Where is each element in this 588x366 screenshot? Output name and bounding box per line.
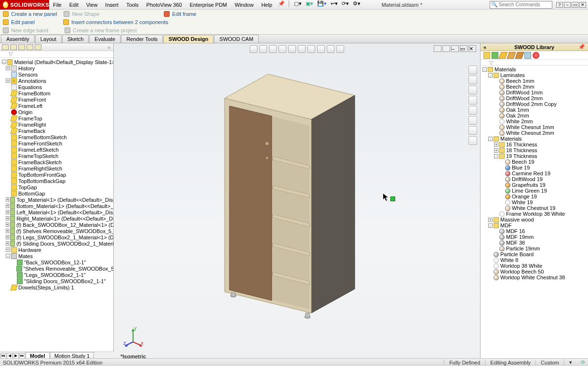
fm-flyout-icon[interactable]: »: [107, 44, 110, 50]
tab-render-tools[interactable]: Render Tools: [121, 35, 163, 43]
restore-button[interactable]: ▭: [572, 2, 578, 8]
menu-tools[interactable]: Tools: [122, 0, 143, 9]
help-button[interactable]: ?: [556, 2, 563, 8]
expand-icon[interactable]: -: [6, 254, 10, 258]
lib-item[interactable]: DriftWood 2mm Copy: [481, 101, 588, 107]
lib-item[interactable]: White 8: [481, 257, 588, 263]
tree-item[interactable]: FrameRightSketch: [1, 165, 113, 171]
tab-layout[interactable]: Layout: [35, 35, 62, 43]
lib-item[interactable]: -Laminates: [481, 72, 588, 78]
tree-item[interactable]: +Hardware: [1, 247, 113, 253]
lib-item[interactable]: Particle Board: [481, 251, 588, 257]
lib-item[interactable]: MDF 19mm: [481, 234, 588, 240]
lib-item[interactable]: +Massive wood: [481, 217, 588, 222]
fm-tab-2[interactable]: [10, 44, 17, 50]
tree-item[interactable]: +Bottom_Material<1> (Default<<Default>_D…: [1, 203, 113, 209]
tree-item[interactable]: "Legs_SWOODBox2_1-1": [1, 272, 113, 278]
tree-root[interactable]: – Material (Default<Default_Display Stat…: [1, 59, 113, 65]
tree-item[interactable]: FrameTopSketch: [1, 153, 113, 159]
tree-item[interactable]: +Right_Material<1> (Default<<Default>_Di…: [1, 215, 113, 222]
tree-item[interactable]: BottomGap: [1, 190, 113, 196]
lib-item[interactable]: DriftWood 2mm: [481, 95, 588, 101]
lib-item[interactable]: -Materials: [481, 66, 588, 72]
vp-close[interactable]: ✕: [468, 45, 476, 52]
lib-item[interactable]: +16 Thickness: [481, 142, 588, 147]
tree-item[interactable]: +AAnnotations: [1, 78, 113, 84]
expand-icon[interactable]: -: [488, 137, 493, 141]
edit-panel-button[interactable]: Edit panel: [3, 19, 35, 25]
lib-item[interactable]: MDF 38: [481, 240, 588, 246]
expand-icon[interactable]: +: [6, 197, 9, 202]
tree-item[interactable]: +(f) Sliding Doors_SWOODBox2_1_Material<…: [1, 240, 113, 247]
tree-item[interactable]: "Sliding Doors_SWOODBox2_1-1": [1, 278, 113, 284]
lib-item[interactable]: Frame Worktop 38 White: [481, 211, 588, 217]
menu-insert[interactable]: Insert: [101, 0, 122, 9]
zoom-area-icon[interactable]: [259, 45, 267, 53]
search-input[interactable]: [499, 2, 552, 7]
lib-item[interactable]: -19 Thickness: [481, 153, 588, 159]
expand-icon[interactable]: +: [6, 78, 10, 83]
status-rebuild-icon[interactable]: ⟳: [577, 359, 585, 366]
menu-edit[interactable]: Edit: [66, 0, 82, 9]
lib-item[interactable]: Oak 1mm: [481, 107, 588, 113]
tree-item[interactable]: FrameBottomSketch: [1, 134, 113, 140]
tree-item[interactable]: FrameBottom: [1, 90, 113, 96]
tree-item[interactable]: FrameTop: [1, 115, 113, 121]
lib-item[interactable]: White Chestnut 19: [481, 205, 588, 211]
lib-item[interactable]: Worktop White Chestnut 38: [481, 274, 588, 280]
qa-save-icon[interactable]: 💾▾: [315, 0, 329, 9]
insert-connectors-button[interactable]: Insert connectors between 2 components: [63, 19, 168, 25]
expand-icon[interactable]: +: [494, 143, 498, 147]
view-orient-icon[interactable]: [288, 45, 296, 53]
tp-forum-icon[interactable]: [468, 136, 477, 145]
tree-item[interactable]: "Shelves Removeable_SWOODBox_5-1": [1, 265, 113, 272]
lib-item[interactable]: Lime Green 19: [481, 188, 588, 194]
fm-tab-3[interactable]: [18, 44, 25, 50]
scene-icon[interactable]: [327, 45, 334, 53]
vp-btn-1[interactable]: [434, 45, 441, 52]
lib-item[interactable]: MDF 16: [481, 228, 588, 234]
expand-icon[interactable]: -: [488, 73, 493, 78]
tree-item[interactable]: +(f) Shelves Removeable_SWOODBox_5_Mater…: [1, 228, 113, 234]
expand-icon[interactable]: +: [6, 204, 9, 208]
expand-icon[interactable]: +: [6, 248, 10, 252]
lib-icon-1[interactable]: [483, 52, 490, 59]
expand-icon[interactable]: +: [6, 222, 9, 227]
tree-item[interactable]: -Mates: [1, 253, 113, 259]
new-shape-button[interactable]: New Shape: [64, 11, 99, 17]
vp-btn-2[interactable]: [442, 45, 450, 52]
lib-item[interactable]: White 2mm: [481, 118, 588, 124]
tree-item[interactable]: TopBottomFrontGap: [1, 171, 113, 178]
tab-evaluate[interactable]: Evaluate: [89, 35, 120, 43]
tree-item[interactable]: +Top_Material<1> (Default<<Default>_Disp…: [1, 196, 113, 203]
lib-item[interactable]: White Chesnut 1mm: [481, 124, 588, 130]
tree-item[interactable]: Dowels(Steps_Limits) 1: [1, 284, 113, 290]
vp-min[interactable]: –: [451, 45, 459, 52]
tree-item[interactable]: FrameFront: [1, 96, 113, 103]
qa-options-icon[interactable]: ⚙▾: [351, 0, 362, 9]
tree-item[interactable]: Origin: [1, 109, 113, 115]
expand-icon[interactable]: +: [6, 235, 9, 239]
lib-filter[interactable]: ▽: [481, 60, 588, 65]
tree-item[interactable]: TopBottomBackGap: [1, 178, 113, 184]
expand-icon[interactable]: +: [6, 229, 9, 233]
lib-item[interactable]: Orange 19: [481, 194, 588, 199]
tab-swood-cam[interactable]: SWOOD CAM: [214, 35, 258, 43]
tree-item[interactable]: +(f) Back_SWOODBox_12_Material<1> (Defau…: [1, 222, 113, 228]
qa-new-icon[interactable]: ▢▾: [292, 0, 304, 9]
tree-item[interactable]: TopGap: [1, 184, 113, 190]
lib-item[interactable]: Carmine Red 19: [481, 170, 588, 176]
zoom-fit-icon[interactable]: [250, 45, 257, 53]
tree-item[interactable]: Equations: [1, 84, 113, 90]
menu-photoview[interactable]: PhotoView 360: [143, 0, 186, 9]
fm-tab-5[interactable]: [35, 44, 41, 50]
tp-appearances-icon[interactable]: [468, 106, 477, 115]
tree-item[interactable]: "Back_SWOODBox_12-1": [1, 259, 113, 265]
menu-epdm[interactable]: Enterprise PDM: [186, 0, 231, 9]
lib-icon-2[interactable]: [492, 52, 498, 59]
lib-item[interactable]: Beech 2mm: [481, 84, 588, 90]
expand-icon[interactable]: +: [6, 241, 9, 246]
tp-resources-icon[interactable]: [468, 65, 477, 74]
tp-view-palette-icon[interactable]: [468, 96, 477, 105]
lib-item[interactable]: Grapefruits 19: [481, 182, 588, 188]
